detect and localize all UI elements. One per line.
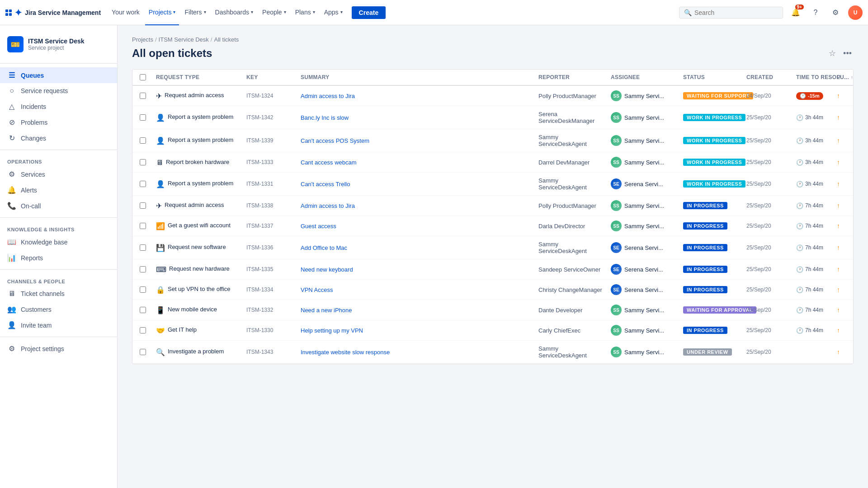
cell-request-type: ✈ Request admin access <box>152 197 243 215</box>
sidebar-item-alerts[interactable]: 🔔 Alerts <box>0 182 117 198</box>
people-chevron-icon: ▾ <box>284 9 286 14</box>
cell-request-type: 👤 Report a system problem <box>152 108 243 127</box>
row-checkbox[interactable] <box>140 159 146 165</box>
nav-plans[interactable]: Plans ▾ <box>292 0 319 25</box>
sidebar-item-reports[interactable]: 📊 Reports <box>0 250 117 266</box>
summary-link[interactable]: Cant access webcam <box>301 159 357 166</box>
cell-created: 24/Sep/20 <box>743 88 793 103</box>
breadcrumb-service-desk[interactable]: ITSM Service Desk <box>159 36 209 43</box>
row-checkbox[interactable] <box>140 266 146 272</box>
summary-link[interactable]: Admin access to Jira <box>301 202 355 209</box>
sidebar-item-service-requests-label: Service requests <box>21 87 68 94</box>
sidebar-item-incidents[interactable]: △ Incidents <box>0 99 117 114</box>
request-type-label: New mobile device <box>168 305 217 314</box>
sidebar-item-project-settings[interactable]: ⚙ Project settings <box>0 341 117 357</box>
star-button[interactable]: ☆ <box>827 47 838 60</box>
cell-reporter: Serena ServiceDeskManager <box>535 106 607 129</box>
summary-link[interactable]: Guest access <box>301 223 336 230</box>
search-box[interactable]: 🔍 <box>679 7 783 19</box>
help-button[interactable]: ? <box>808 5 823 20</box>
sidebar-item-queues[interactable]: ☰ Queues <box>0 67 117 83</box>
sidebar-item-services[interactable]: ⚙ Services <box>0 166 117 182</box>
settings-button[interactable]: ⚙ <box>828 5 843 20</box>
summary-link[interactable]: Add Office to Mac <box>301 244 347 251</box>
row-checkbox[interactable] <box>140 181 146 187</box>
cell-priority: ↑ <box>833 88 849 104</box>
create-button[interactable]: Create <box>352 6 386 19</box>
nav-projects[interactable]: Projects ▾ <box>145 0 179 25</box>
nav-your-work[interactable]: Your work <box>108 0 143 25</box>
nav-people[interactable]: People ▾ <box>259 0 290 25</box>
row-checkbox[interactable] <box>140 244 146 251</box>
user-avatar[interactable]: U <box>848 5 863 20</box>
cell-summary: VPN Access <box>297 282 535 298</box>
breadcrumb-sep-1: / <box>155 36 157 43</box>
sidebar-item-service-requests[interactable]: ○ Service requests <box>0 83 117 99</box>
summary-link[interactable]: Can't access Trello <box>301 181 350 188</box>
table-row: 💾 Request new software ITSM-1336 Add Off… <box>132 236 853 259</box>
row-checkbox[interactable] <box>140 93 146 99</box>
cell-created: 25/Sep/20 <box>743 218 793 234</box>
sidebar-item-knowledge-base[interactable]: 📖 Knowledge base <box>0 234 117 250</box>
sidebar-item-ticket-channels[interactable]: 🖥 Ticket channels <box>0 286 117 301</box>
notification-badge: 9+ <box>795 5 804 9</box>
jira-icon: ✦ <box>14 7 22 18</box>
row-checkbox[interactable] <box>140 114 146 121</box>
row-checkbox[interactable] <box>140 349 146 355</box>
summary-link[interactable]: Banc.ly Inc is slow <box>301 114 349 121</box>
cell-checkbox <box>136 218 152 234</box>
more-options-button[interactable]: ••• <box>841 47 854 60</box>
sidebar-item-on-call[interactable]: 📞 On-call <box>0 198 117 214</box>
cell-request-type: 💾 Request new software <box>152 239 243 257</box>
table-row: 👤 Report a system problem ITSM-1339 Can'… <box>132 129 853 152</box>
nav-dashboards[interactable]: Dashboards ▾ <box>212 0 257 25</box>
assignee-avatar: SE <box>611 242 622 253</box>
summary-link[interactable]: Admin access to Jira <box>301 93 355 99</box>
nav-filters[interactable]: Filters ▾ <box>181 0 209 25</box>
sidebar-item-invite-team[interactable]: 👤 Invite team <box>0 317 117 333</box>
assignee-avatar: SS <box>611 90 622 101</box>
tickets-table: Request Type Key Summary Reporter Assign… <box>132 69 854 364</box>
summary-link[interactable]: Help setting up my VPN <box>301 327 363 334</box>
row-checkbox[interactable] <box>140 286 146 293</box>
cell-status: WORK IN PROGRESS <box>679 176 743 192</box>
sidebar-item-changes[interactable]: ↻ Changes <box>0 130 117 146</box>
cell-key: ITSM-1336 <box>243 240 297 255</box>
cell-checkbox <box>136 155 152 170</box>
cell-status: WORK IN PROGRESS <box>679 132 743 149</box>
summary-link[interactable]: VPN Access <box>301 286 333 293</box>
breadcrumb-projects[interactable]: Projects <box>132 36 153 43</box>
cell-time: 🕐3h 44m <box>793 176 833 192</box>
sidebar-item-customers[interactable]: 👥 Customers <box>0 301 117 317</box>
sidebar-item-problems[interactable]: ⊘ Problems <box>0 114 117 130</box>
summary-link[interactable]: Can't access POS System <box>301 137 369 144</box>
cell-reporter: Darla DevDirector <box>535 218 607 234</box>
search-input[interactable] <box>694 9 778 16</box>
select-all-checkbox[interactable] <box>140 74 146 80</box>
notifications-button[interactable]: 🔔 9+ <box>788 5 803 20</box>
app-logo[interactable]: ✦ Jira Service Management <box>5 7 101 18</box>
changes-icon: ↻ <box>7 134 16 142</box>
row-checkbox[interactable] <box>140 223 146 229</box>
request-type-icon: 👤 <box>156 180 165 188</box>
row-checkbox[interactable] <box>140 137 146 144</box>
cell-summary: Need new keyboard <box>297 262 535 277</box>
nav-apps[interactable]: Apps ▾ <box>321 0 346 25</box>
cell-summary: Guest access <box>297 218 535 234</box>
assignee-name: Sammy Servi... <box>624 349 664 356</box>
cell-request-type: 📶 Get a guest wifi account <box>152 217 243 235</box>
cell-reporter: Sammy ServiceDeskAgent <box>535 236 607 259</box>
cell-time: 🕐7h 44m <box>793 262 833 277</box>
priority-icon: ↑ <box>837 202 840 209</box>
summary-link[interactable]: Need a new iPhone <box>301 307 352 314</box>
summary-link[interactable]: Need new keyboard <box>301 266 353 273</box>
row-checkbox[interactable] <box>140 307 146 313</box>
row-checkbox[interactable] <box>140 327 146 333</box>
cell-assignee: SS Sammy Servi... <box>607 196 679 216</box>
summary-link[interactable]: Investigate website slow response <box>301 349 390 356</box>
row-checkbox[interactable] <box>140 202 146 209</box>
request-type-icon: 🖥 <box>156 159 163 167</box>
assignee-name: Sammy Servi... <box>624 159 664 166</box>
cell-priority: ↑ <box>833 322 849 338</box>
nav-links: Your work Projects ▾ Filters ▾ Dashboard… <box>108 0 679 25</box>
